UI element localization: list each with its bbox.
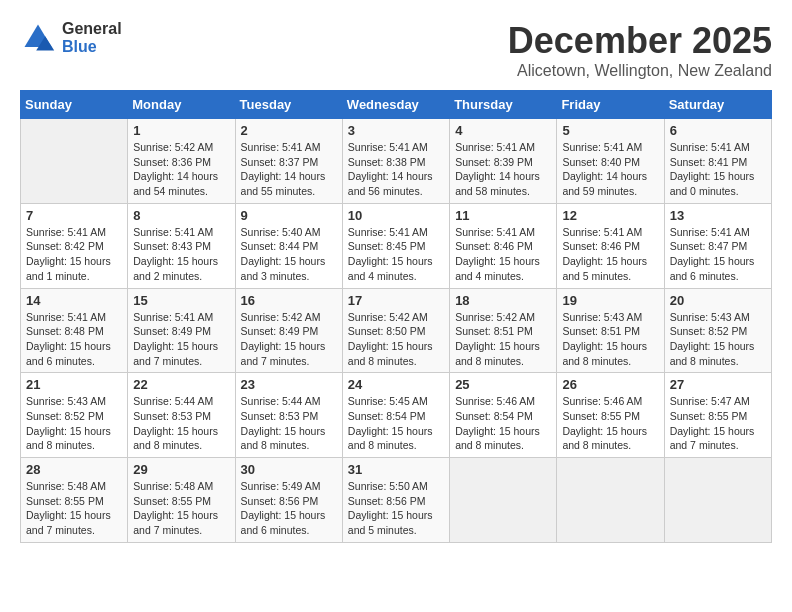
day-info: Sunrise: 5:48 AM Sunset: 8:55 PM Dayligh… [133,479,229,538]
day-number: 30 [241,462,337,477]
day-info: Sunrise: 5:41 AM Sunset: 8:40 PM Dayligh… [562,140,658,199]
week-row-4: 21Sunrise: 5:43 AM Sunset: 8:52 PM Dayli… [21,373,772,458]
day-cell: 2Sunrise: 5:41 AM Sunset: 8:37 PM Daylig… [235,119,342,204]
calendar-title: December 2025 [508,20,772,62]
day-info: Sunrise: 5:49 AM Sunset: 8:56 PM Dayligh… [241,479,337,538]
day-info: Sunrise: 5:43 AM Sunset: 8:51 PM Dayligh… [562,310,658,369]
day-info: Sunrise: 5:41 AM Sunset: 8:37 PM Dayligh… [241,140,337,199]
header-cell-thursday: Thursday [450,91,557,119]
day-info: Sunrise: 5:46 AM Sunset: 8:54 PM Dayligh… [455,394,551,453]
logo-icon [20,20,56,56]
day-info: Sunrise: 5:48 AM Sunset: 8:55 PM Dayligh… [26,479,122,538]
calendar-subtitle: Alicetown, Wellington, New Zealand [508,62,772,80]
day-info: Sunrise: 5:44 AM Sunset: 8:53 PM Dayligh… [133,394,229,453]
day-info: Sunrise: 5:42 AM Sunset: 8:50 PM Dayligh… [348,310,444,369]
day-info: Sunrise: 5:41 AM Sunset: 8:48 PM Dayligh… [26,310,122,369]
day-cell: 8Sunrise: 5:41 AM Sunset: 8:43 PM Daylig… [128,203,235,288]
day-number: 22 [133,377,229,392]
day-number: 16 [241,293,337,308]
logo: General Blue [20,20,122,56]
day-number: 12 [562,208,658,223]
header-cell-tuesday: Tuesday [235,91,342,119]
day-number: 9 [241,208,337,223]
day-cell: 12Sunrise: 5:41 AM Sunset: 8:46 PM Dayli… [557,203,664,288]
day-number: 13 [670,208,766,223]
day-cell: 23Sunrise: 5:44 AM Sunset: 8:53 PM Dayli… [235,373,342,458]
day-cell: 14Sunrise: 5:41 AM Sunset: 8:48 PM Dayli… [21,288,128,373]
day-info: Sunrise: 5:44 AM Sunset: 8:53 PM Dayligh… [241,394,337,453]
day-number: 4 [455,123,551,138]
day-number: 5 [562,123,658,138]
header-row: SundayMondayTuesdayWednesdayThursdayFrid… [21,91,772,119]
day-number: 24 [348,377,444,392]
header-cell-saturday: Saturday [664,91,771,119]
day-info: Sunrise: 5:41 AM Sunset: 8:47 PM Dayligh… [670,225,766,284]
day-number: 14 [26,293,122,308]
day-cell: 3Sunrise: 5:41 AM Sunset: 8:38 PM Daylig… [342,119,449,204]
day-number: 28 [26,462,122,477]
day-info: Sunrise: 5:41 AM Sunset: 8:45 PM Dayligh… [348,225,444,284]
day-info: Sunrise: 5:41 AM Sunset: 8:46 PM Dayligh… [562,225,658,284]
day-cell: 20Sunrise: 5:43 AM Sunset: 8:52 PM Dayli… [664,288,771,373]
logo-blue: Blue [62,38,122,56]
day-cell: 27Sunrise: 5:47 AM Sunset: 8:55 PM Dayli… [664,373,771,458]
day-number: 2 [241,123,337,138]
day-cell: 18Sunrise: 5:42 AM Sunset: 8:51 PM Dayli… [450,288,557,373]
day-cell: 21Sunrise: 5:43 AM Sunset: 8:52 PM Dayli… [21,373,128,458]
header-cell-sunday: Sunday [21,91,128,119]
day-info: Sunrise: 5:41 AM Sunset: 8:38 PM Dayligh… [348,140,444,199]
day-info: Sunrise: 5:41 AM Sunset: 8:49 PM Dayligh… [133,310,229,369]
day-number: 1 [133,123,229,138]
day-number: 26 [562,377,658,392]
title-area: December 2025 Alicetown, Wellington, New… [508,20,772,80]
day-cell [557,458,664,543]
day-info: Sunrise: 5:41 AM Sunset: 8:42 PM Dayligh… [26,225,122,284]
day-info: Sunrise: 5:47 AM Sunset: 8:55 PM Dayligh… [670,394,766,453]
day-cell: 19Sunrise: 5:43 AM Sunset: 8:51 PM Dayli… [557,288,664,373]
day-number: 3 [348,123,444,138]
day-info: Sunrise: 5:41 AM Sunset: 8:39 PM Dayligh… [455,140,551,199]
day-cell: 28Sunrise: 5:48 AM Sunset: 8:55 PM Dayli… [21,458,128,543]
day-info: Sunrise: 5:45 AM Sunset: 8:54 PM Dayligh… [348,394,444,453]
day-info: Sunrise: 5:40 AM Sunset: 8:44 PM Dayligh… [241,225,337,284]
day-cell: 1Sunrise: 5:42 AM Sunset: 8:36 PM Daylig… [128,119,235,204]
day-info: Sunrise: 5:42 AM Sunset: 8:51 PM Dayligh… [455,310,551,369]
day-info: Sunrise: 5:42 AM Sunset: 8:36 PM Dayligh… [133,140,229,199]
day-number: 29 [133,462,229,477]
day-cell: 13Sunrise: 5:41 AM Sunset: 8:47 PM Dayli… [664,203,771,288]
day-number: 21 [26,377,122,392]
day-number: 19 [562,293,658,308]
day-cell: 5Sunrise: 5:41 AM Sunset: 8:40 PM Daylig… [557,119,664,204]
day-info: Sunrise: 5:41 AM Sunset: 8:41 PM Dayligh… [670,140,766,199]
day-cell: 9Sunrise: 5:40 AM Sunset: 8:44 PM Daylig… [235,203,342,288]
logo-text: General Blue [62,20,122,55]
day-number: 20 [670,293,766,308]
day-cell: 7Sunrise: 5:41 AM Sunset: 8:42 PM Daylig… [21,203,128,288]
day-cell [664,458,771,543]
day-cell: 11Sunrise: 5:41 AM Sunset: 8:46 PM Dayli… [450,203,557,288]
day-info: Sunrise: 5:43 AM Sunset: 8:52 PM Dayligh… [670,310,766,369]
day-number: 23 [241,377,337,392]
week-row-5: 28Sunrise: 5:48 AM Sunset: 8:55 PM Dayli… [21,458,772,543]
day-number: 10 [348,208,444,223]
day-number: 15 [133,293,229,308]
day-cell: 25Sunrise: 5:46 AM Sunset: 8:54 PM Dayli… [450,373,557,458]
day-number: 6 [670,123,766,138]
day-info: Sunrise: 5:42 AM Sunset: 8:49 PM Dayligh… [241,310,337,369]
week-row-2: 7Sunrise: 5:41 AM Sunset: 8:42 PM Daylig… [21,203,772,288]
header: General Blue December 2025 Alicetown, We… [20,20,772,80]
header-cell-monday: Monday [128,91,235,119]
header-cell-friday: Friday [557,91,664,119]
day-cell [450,458,557,543]
day-info: Sunrise: 5:50 AM Sunset: 8:56 PM Dayligh… [348,479,444,538]
day-info: Sunrise: 5:46 AM Sunset: 8:55 PM Dayligh… [562,394,658,453]
day-cell: 30Sunrise: 5:49 AM Sunset: 8:56 PM Dayli… [235,458,342,543]
day-info: Sunrise: 5:43 AM Sunset: 8:52 PM Dayligh… [26,394,122,453]
day-cell: 15Sunrise: 5:41 AM Sunset: 8:49 PM Dayli… [128,288,235,373]
day-cell: 31Sunrise: 5:50 AM Sunset: 8:56 PM Dayli… [342,458,449,543]
week-row-3: 14Sunrise: 5:41 AM Sunset: 8:48 PM Dayli… [21,288,772,373]
day-cell: 29Sunrise: 5:48 AM Sunset: 8:55 PM Dayli… [128,458,235,543]
day-cell: 24Sunrise: 5:45 AM Sunset: 8:54 PM Dayli… [342,373,449,458]
day-number: 7 [26,208,122,223]
day-number: 27 [670,377,766,392]
